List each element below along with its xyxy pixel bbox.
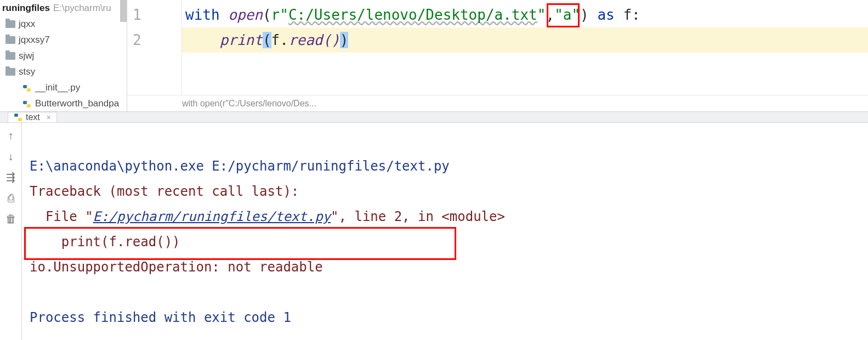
breadcrumb[interactable]: with open(r"C:/Users/lenovo/Des...: [127, 95, 868, 111]
run-tab-bar: text ×: [0, 112, 868, 123]
traceback-file-link[interactable]: E:/pycharm/runingfiles/text.py: [93, 209, 331, 224]
svg-rect-1: [27, 88, 31, 92]
console-output[interactable]: E:\anaconda\python.exe E:/pycharm/runing…: [22, 123, 868, 340]
project-tree[interactable]: runingfiles E:\pycharm\ru jqxx jqxxsy7 s…: [0, 0, 127, 111]
token: :: [632, 7, 640, 23]
token: print: [220, 32, 263, 48]
console-toolbar: ↑ ↓ ⇶ ⎙ 🗑: [0, 123, 22, 340]
close-icon[interactable]: ×: [47, 113, 51, 122]
token: [220, 7, 229, 23]
tree-item-label: stsy: [19, 66, 35, 77]
svg-rect-5: [18, 118, 22, 121]
tree-item-label: Butterworth_bandpa: [35, 98, 119, 109]
tree-file[interactable]: __init__.py: [0, 80, 127, 95]
tree-item-label: jqxx: [19, 19, 35, 30]
token: (: [263, 32, 271, 48]
token: ): [580, 7, 589, 23]
svg-rect-3: [27, 104, 31, 107]
tree-folder[interactable]: stsy: [0, 64, 127, 80]
tree-item-label: __init__.py: [35, 82, 80, 93]
token: f: [623, 7, 632, 23]
tree-root-path: E:\pycharm\ru: [53, 3, 111, 14]
token: [589, 7, 598, 23]
token: ): [340, 32, 349, 48]
token: f: [271, 32, 280, 48]
token: File ": [30, 209, 93, 224]
token: "a": [554, 7, 580, 23]
console-exit: Process finished with exit code 1: [30, 310, 291, 325]
token: as: [597, 7, 614, 23]
folder-icon: [5, 68, 15, 76]
trash-icon[interactable]: 🗑: [5, 213, 17, 225]
line-number: 2: [127, 27, 181, 53]
code-line-1[interactable]: with open(r"C:/Users/lenovo/Desktop/a.tx…: [182, 2, 868, 27]
token: r": [271, 7, 288, 23]
tree-item-label: jqxxsy7: [19, 35, 50, 46]
console-command: E:\anaconda\python.exe E:/pycharm/runing…: [30, 158, 450, 174]
console-file-line: File "E:/pycharm/runingfiles/text.py", l…: [30, 209, 505, 224]
tree-item-label: sjwj: [19, 50, 34, 61]
console-traceback-header: Traceback (most recent call last):: [30, 184, 299, 199]
editor-code[interactable]: with open(r"C:/Users/lenovo/Desktop/a.tx…: [182, 0, 868, 95]
tree-folder[interactable]: jqxx: [0, 16, 127, 32]
token: ", line 2, in <module>: [331, 209, 505, 224]
token: read(): [288, 32, 340, 48]
console-error: io.UnsupportedOperation: not readable: [30, 259, 323, 275]
print-icon[interactable]: ⎙: [5, 192, 17, 204]
token: with: [185, 7, 220, 23]
svg-rect-0: [23, 85, 27, 88]
run-tab-label: text: [26, 112, 40, 122]
python-file-icon: [22, 84, 32, 92]
token: ,: [546, 7, 554, 23]
svg-rect-4: [14, 114, 18, 117]
token: C:/Users/lenovo/Desktop/a.txt: [288, 7, 537, 23]
token: ": [537, 7, 546, 23]
tree-folder[interactable]: jqxxsy7: [0, 32, 127, 48]
tree-root-name: runingfiles: [2, 3, 50, 14]
tree-root[interactable]: runingfiles E:\pycharm\ru: [0, 0, 127, 16]
token: open: [228, 7, 263, 23]
svg-rect-2: [23, 101, 27, 104]
folder-icon: [5, 36, 15, 44]
soft-wrap-icon[interactable]: ⇶: [5, 171, 17, 183]
python-file-icon: [14, 113, 22, 122]
token: (: [263, 7, 271, 23]
folder-icon: [5, 52, 15, 60]
folder-icon: [5, 20, 15, 28]
console-code-line: print(f.read()): [30, 234, 180, 250]
scroll-up-icon[interactable]: ↑: [5, 129, 17, 141]
tree-file[interactable]: Butterworth_bandpa: [0, 95, 127, 111]
tree-folder[interactable]: sjwj: [0, 48, 127, 64]
tree-scrollbar[interactable]: [120, 0, 127, 22]
token: .: [280, 32, 288, 48]
scroll-down-icon[interactable]: ↓: [5, 150, 17, 162]
run-tab[interactable]: text ×: [8, 112, 57, 122]
code-line-2[interactable]: print(f.read()): [182, 27, 868, 53]
editor-gutter: 1 2: [127, 0, 182, 95]
code-editor[interactable]: 1 2 with open(r"C:/Users/lenovo/Desktop/…: [127, 0, 868, 111]
token: [185, 32, 220, 48]
token: [615, 7, 623, 23]
python-file-icon: [22, 100, 32, 107]
line-number: 1: [127, 2, 181, 27]
